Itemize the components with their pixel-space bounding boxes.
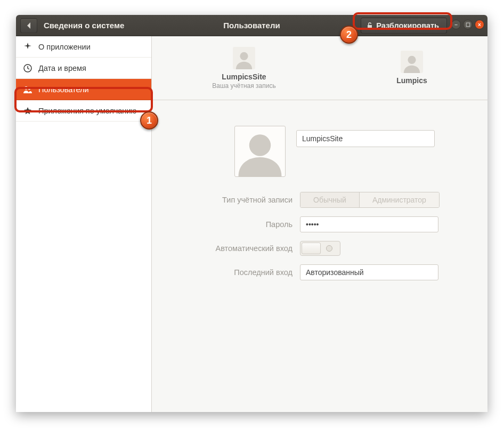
window-controls: – ☐ × [451, 20, 484, 29]
account-type-standard[interactable]: Обычный [300, 192, 360, 207]
users-strip: LumpicsSite Ваша учётная запись Lumpics [152, 36, 487, 100]
users-icon [23, 85, 32, 94]
minimize-button[interactable]: – [451, 20, 461, 29]
label-autologin: Автоматический вход [173, 244, 300, 253]
sidebar-item-about[interactable]: О приложении [16, 36, 151, 58]
svg-point-1 [25, 86, 28, 90]
label-last-login: Последний вход [173, 268, 300, 277]
avatar-icon [401, 51, 423, 73]
switch-off-indicator [326, 245, 332, 252]
user-tile-name: Lumpics [396, 76, 427, 85]
svg-point-4 [408, 55, 416, 63]
user-tile-0[interactable]: LumpicsSite Ваша учётная запись [212, 47, 276, 90]
user-name-input[interactable] [296, 130, 435, 147]
close-button[interactable]: × [475, 20, 484, 29]
header-left-title: Сведения о системе [44, 21, 124, 30]
svg-point-3 [240, 52, 248, 60]
switch-knob [302, 243, 321, 254]
unlock-label: Разблокировать [376, 21, 439, 30]
star-icon [23, 107, 32, 115]
svg-point-5 [249, 134, 271, 156]
header-center-title: Пользователи [223, 21, 280, 30]
sparkle-icon [23, 43, 32, 51]
sidebar-item-label: О приложении [38, 43, 91, 51]
lock-icon [367, 22, 373, 29]
user-tile-1[interactable]: Lumpics [396, 51, 427, 86]
sidebar-item-datetime[interactable]: Дата и время [16, 58, 151, 79]
user-detail: Тип учётной записи Обычный Администратор… [152, 100, 487, 412]
sidebar-item-defaults[interactable]: Приложения по умолчанию [16, 100, 151, 122]
avatar-button[interactable] [234, 126, 286, 177]
password-field[interactable] [300, 216, 438, 232]
titlebar: Сведения о системе Пользователи Разблоки… [16, 15, 487, 36]
autologin-switch[interactable] [300, 241, 340, 256]
account-type-admin[interactable]: Администратор [360, 192, 439, 207]
sidebar: О приложении Дата и время Пользователи П… [16, 36, 152, 412]
row-autologin: Автоматический вход [173, 241, 466, 256]
maximize-button[interactable]: ☐ [463, 20, 473, 29]
main-pane: LumpicsSite Ваша учётная запись Lumpics [152, 36, 487, 412]
svg-point-2 [28, 87, 31, 90]
last-login-field[interactable] [300, 264, 438, 280]
user-tile-name: LumpicsSite [212, 72, 276, 81]
unlock-button[interactable]: Разблокировать [361, 18, 447, 34]
clock-icon [23, 64, 32, 72]
label-account-type: Тип учётной записи [173, 196, 300, 204]
settings-window: Сведения о системе Пользователи Разблоки… [16, 15, 487, 412]
back-button[interactable] [20, 18, 37, 33]
row-password: Пароль [173, 216, 466, 232]
account-type-segmented[interactable]: Обычный Администратор [300, 192, 440, 208]
label-password: Пароль [173, 220, 300, 229]
avatar-icon [233, 47, 255, 69]
chevron-left-icon [26, 22, 31, 29]
row-last-login: Последний вход [173, 264, 466, 280]
sidebar-item-label: Пользователи [38, 85, 89, 94]
sidebar-item-label: Дата и время [38, 64, 86, 72]
avatar-icon [236, 128, 284, 176]
row-account-type: Тип учётной записи Обычный Администратор [173, 192, 466, 208]
window-body: О приложении Дата и время Пользователи П… [16, 36, 487, 412]
sidebar-item-label: Приложения по умолчанию [38, 107, 136, 115]
sidebar-item-users[interactable]: Пользователи [16, 79, 151, 100]
user-tile-sub: Ваша учётная запись [212, 82, 276, 90]
